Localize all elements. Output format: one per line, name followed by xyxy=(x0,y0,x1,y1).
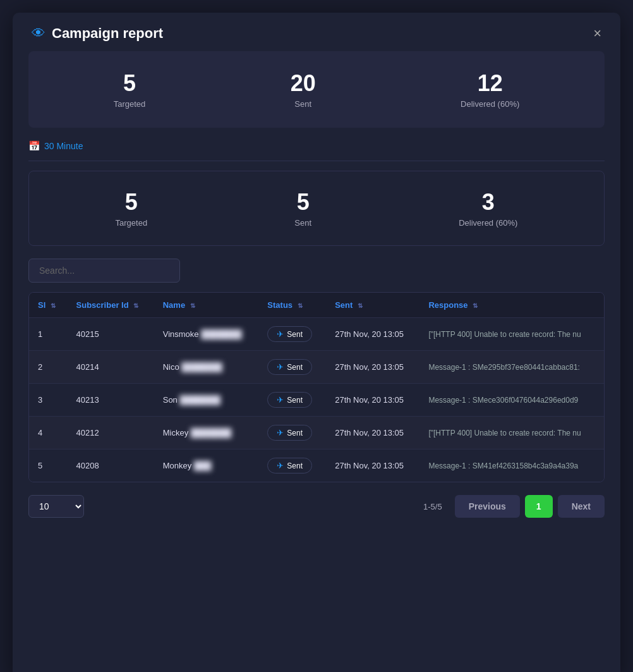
cell-sent-time: 27th Nov, 20 13:05 xyxy=(326,351,419,384)
overall-stats-card: 5 Targeted 20 Sent 12 Delivered (60%) xyxy=(28,51,605,128)
segment-sent-value: 5 xyxy=(294,189,311,216)
close-button[interactable]: × xyxy=(593,27,601,40)
cell-name: Vinsmoke ███████ xyxy=(154,318,259,351)
cell-sl: 2 xyxy=(29,351,68,384)
overall-sent-value: 20 xyxy=(291,70,316,97)
calendar-icon: 📅 xyxy=(28,140,40,152)
status-badge: ✈ Sent xyxy=(267,392,312,408)
response-text: ["[HTTP 400] Unable to create record: Th… xyxy=(428,330,581,339)
col-sent[interactable]: Sent ⇅ xyxy=(326,293,419,318)
col-response[interactable]: Response ⇅ xyxy=(419,293,604,318)
cell-name: Mickey ███████ xyxy=(154,417,259,449)
cell-status: ✈ Sent xyxy=(258,417,326,449)
cell-name: Monkey ███ xyxy=(154,449,259,482)
cell-sent-time: 27th Nov, 20 13:05 xyxy=(326,449,419,482)
cell-subscriber-id: 40212 xyxy=(68,417,154,449)
overall-delivered-label: Delivered (60%) xyxy=(461,99,519,109)
overall-delivered-value: 12 xyxy=(461,70,519,97)
cell-subscriber-id: 40215 xyxy=(68,318,154,351)
status-badge: ✈ Sent xyxy=(267,458,312,473)
per-page-select[interactable]: 102550100 xyxy=(28,495,84,518)
overall-targeted-value: 5 xyxy=(114,70,146,97)
campaign-report-modal: 👁 Campaign report × 5 Targeted 20 Sent 1… xyxy=(13,13,620,672)
modal-title-wrap: 👁 Campaign report xyxy=(32,25,163,42)
response-text: ["[HTTP 400] Unable to create record: Th… xyxy=(428,429,581,437)
segment-targeted-label: Targeted xyxy=(116,218,148,228)
table-row: 1 40215 Vinsmoke ███████ ✈ Sent 27th Nov… xyxy=(29,318,604,351)
pagination-buttons: Previous 1 Next xyxy=(455,495,605,518)
cell-subscriber-id: 40213 xyxy=(68,384,154,417)
overall-targeted: 5 Targeted xyxy=(114,70,146,109)
eye-icon: 👁 xyxy=(32,25,45,42)
sort-icon-status: ⇅ xyxy=(298,302,303,309)
sort-icon-name: ⇅ xyxy=(190,302,195,309)
cell-sl: 5 xyxy=(29,449,68,482)
table-row: 5 40208 Monkey ███ ✈ Sent 27th Nov, 20 1… xyxy=(29,449,604,482)
sort-icon-sl: ⇅ xyxy=(51,302,56,309)
modal-title: Campaign report xyxy=(52,25,163,42)
segment-delivered-label: Delivered (60%) xyxy=(459,218,517,228)
send-icon: ✈ xyxy=(277,395,284,405)
cell-subscriber-id: 40214 xyxy=(68,351,154,384)
cell-sl: 3 xyxy=(29,384,68,417)
col-status[interactable]: Status ⇅ xyxy=(258,293,326,318)
overall-delivered: 12 Delivered (60%) xyxy=(461,70,519,109)
next-button[interactable]: Next xyxy=(558,495,605,518)
cell-status: ✈ Sent xyxy=(258,318,326,351)
cell-sent-time: 27th Nov, 20 13:05 xyxy=(326,384,419,417)
name-blurred: ███████ xyxy=(181,362,222,372)
col-sl[interactable]: Sl ⇅ xyxy=(29,293,68,318)
segment-delivered: 3 Delivered (60%) xyxy=(459,189,517,228)
segment-delivered-value: 3 xyxy=(459,189,517,216)
cell-sl: 4 xyxy=(29,417,68,449)
table-row: 4 40212 Mickey ███████ ✈ Sent 27th Nov, … xyxy=(29,417,604,449)
table-row: 2 40214 Nico ███████ ✈ Sent 27th Nov, 20… xyxy=(29,351,604,384)
cell-response: Message-1 : SM41ef4263158b4c3a9a4a39a xyxy=(419,449,604,482)
col-name[interactable]: Name ⇅ xyxy=(154,293,259,318)
response-text: Message-1 : SMe295bf37ee80441cabbac81: xyxy=(428,363,580,372)
overall-sent-label: Sent xyxy=(291,99,316,109)
status-badge: ✈ Sent xyxy=(267,326,312,342)
time-filter-button[interactable]: 📅 30 Minute xyxy=(28,140,83,152)
time-filter-label: 30 Minute xyxy=(44,141,83,151)
cell-sent-time: 27th Nov, 20 13:05 xyxy=(326,417,419,449)
cell-response: ["[HTTP 400] Unable to create record: Th… xyxy=(419,318,604,351)
search-input[interactable] xyxy=(28,259,180,283)
pagination-row: 102550100 1-5/5 Previous 1 Next xyxy=(28,495,605,518)
cell-status: ✈ Sent xyxy=(258,384,326,417)
col-subscriber-id[interactable]: Subscriber Id ⇅ xyxy=(68,293,154,318)
page-1-button[interactable]: 1 xyxy=(525,495,553,518)
cell-response: ["[HTTP 400] Unable to create record: Th… xyxy=(419,417,604,449)
name-blurred: ███████ xyxy=(201,329,241,339)
sort-icon-subid: ⇅ xyxy=(133,302,138,309)
time-filter-bar: 📅 30 Minute xyxy=(28,140,605,161)
modal-header: 👁 Campaign report × xyxy=(13,13,620,51)
overall-targeted-label: Targeted xyxy=(114,99,146,109)
segment-stats-card: 5 Targeted 5 Sent 3 Delivered (60%) xyxy=(28,171,605,246)
cell-status: ✈ Sent xyxy=(258,351,326,384)
name-blurred: ███████ xyxy=(179,395,220,405)
status-badge: ✈ Sent xyxy=(267,425,312,441)
send-icon: ✈ xyxy=(277,329,284,339)
subscribers-table-wrap: Sl ⇅ Subscriber Id ⇅ Name ⇅ Status ⇅ Sen… xyxy=(28,292,605,482)
cell-response: Message-1 : SMece306f0476044a296ed0d9 xyxy=(419,384,604,417)
cell-status: ✈ Sent xyxy=(258,449,326,482)
send-icon: ✈ xyxy=(277,428,284,437)
page-info: 1-5/5 xyxy=(423,502,442,511)
cell-sent-time: 27th Nov, 20 13:05 xyxy=(326,318,419,351)
sort-icon-response: ⇅ xyxy=(473,302,478,309)
segment-sent: 5 Sent xyxy=(294,189,311,228)
segment-targeted-value: 5 xyxy=(116,189,148,216)
name-blurred: ███ xyxy=(194,461,212,470)
send-icon: ✈ xyxy=(277,461,284,470)
cell-sl: 1 xyxy=(29,318,68,351)
previous-button[interactable]: Previous xyxy=(455,495,520,518)
table-header-row: Sl ⇅ Subscriber Id ⇅ Name ⇅ Status ⇅ Sen… xyxy=(29,293,604,318)
cell-subscriber-id: 40208 xyxy=(68,449,154,482)
table-row: 3 40213 Son ███████ ✈ Sent 27th Nov, 20 … xyxy=(29,384,604,417)
sort-icon-sent: ⇅ xyxy=(358,302,363,309)
overall-sent: 20 Sent xyxy=(291,70,316,109)
segment-targeted: 5 Targeted xyxy=(116,189,148,228)
status-badge: ✈ Sent xyxy=(267,359,312,375)
response-text: Message-1 : SM41ef4263158b4c3a9a4a39a xyxy=(428,461,578,470)
